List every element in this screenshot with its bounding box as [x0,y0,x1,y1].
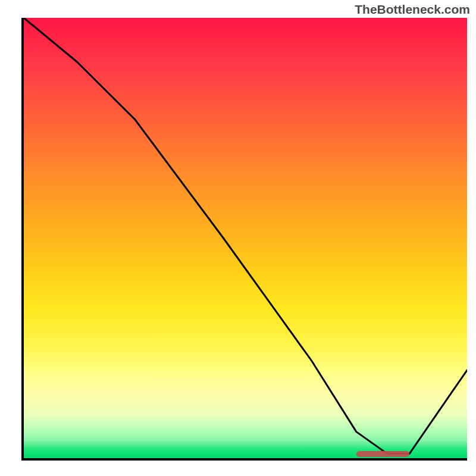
x-axis [24,458,467,461]
chart-container: TheBottleneck.com [0,0,476,476]
optimal-range-marker [356,451,409,457]
attribution-text: TheBottleneck.com [355,2,470,17]
plot-area [24,18,467,458]
curve-path [24,18,467,454]
y-axis [21,18,24,461]
bottleneck-curve [24,18,467,458]
